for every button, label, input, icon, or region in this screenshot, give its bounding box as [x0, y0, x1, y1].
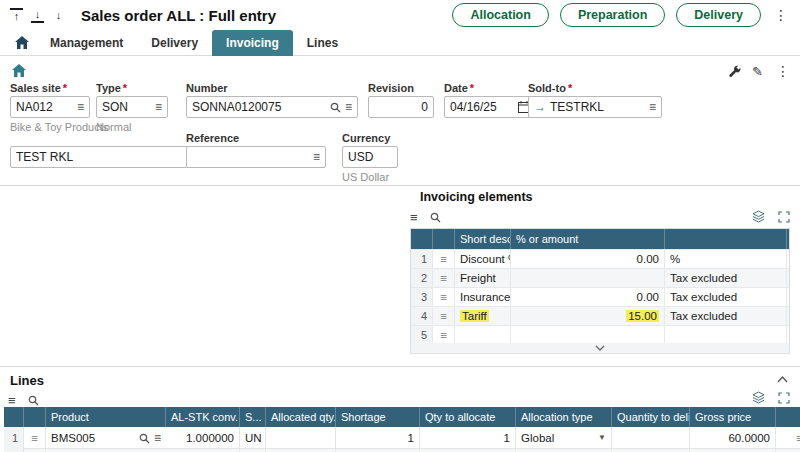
col-gross-price[interactable]: Gross price: [690, 407, 776, 427]
last-record-icon[interactable]: ↓: [31, 8, 44, 23]
customize-wrench-icon[interactable]: [728, 65, 741, 78]
delivery-button[interactable]: Delivery: [676, 3, 761, 27]
desc-cell[interactable]: [455, 326, 511, 344]
home-tab-icon[interactable]: [8, 30, 36, 55]
col-allocated-qty[interactable]: Allocated qty.: [266, 407, 336, 427]
qty-to-allocate-cell[interactable]: 1: [420, 427, 516, 449]
invoicing-scroll-down[interactable]: [410, 343, 790, 354]
record-navigation: ↑ ↓ ↓: [10, 8, 65, 23]
col-quantity-to-deliver[interactable]: Quantity to deliv...: [612, 407, 690, 427]
collapse-section-icon[interactable]: [777, 376, 788, 383]
product-search-icon[interactable]: [139, 433, 150, 444]
col-shortage[interactable]: Shortage: [336, 407, 420, 427]
row-number[interactable]: 1: [411, 250, 433, 268]
shortage-cell[interactable]: 1: [336, 427, 420, 449]
revision-value: 0: [374, 100, 428, 114]
edit-pencil-icon[interactable]: ✎: [752, 65, 763, 78]
row-number[interactable]: 3: [411, 288, 433, 306]
drag-handle-icon[interactable]: ≡: [776, 427, 800, 449]
expand-icon[interactable]: [778, 392, 790, 404]
currency-value: USD: [348, 150, 392, 164]
date-input[interactable]: 04/16/25: [444, 96, 536, 118]
dropdown-arrow-icon[interactable]: ▼: [598, 427, 606, 449]
product-lookup-icon[interactable]: ≡: [154, 432, 161, 444]
sales-site-lookup-icon[interactable]: ≡: [77, 101, 84, 113]
drag-handle-icon[interactable]: ≡: [433, 269, 455, 287]
tab-management[interactable]: Management: [36, 30, 137, 55]
first-record-icon[interactable]: ↑: [10, 8, 23, 23]
sales-site-input[interactable]: NA012 ≡: [10, 96, 90, 118]
amount-cell[interactable]: 0.00: [511, 250, 665, 268]
col-short-description[interactable]: Short descri...: [455, 229, 511, 249]
allocation-button[interactable]: Allocation: [452, 3, 548, 27]
amount-cell[interactable]: [511, 269, 665, 287]
amount-cell[interactable]: [511, 326, 665, 344]
col-qty-to-allocate[interactable]: Qty to allocate: [420, 407, 516, 427]
allocation-type-cell[interactable]: Global ▼: [516, 427, 612, 449]
sold-to-input[interactable]: → TESTRKL ≡: [528, 96, 662, 118]
tab-invoicing[interactable]: Invoicing: [212, 30, 293, 56]
drag-handle-icon[interactable]: ≡: [433, 326, 455, 344]
amount-cell[interactable]: 15.00: [511, 307, 665, 325]
invoicing-menu-icon[interactable]: ≡: [410, 210, 418, 225]
invoicing-toolbar-right: [752, 210, 790, 223]
number-input[interactable]: SONNA0120075 ≡: [186, 96, 358, 118]
drag-handle-icon[interactable]: ≡: [433, 250, 455, 268]
desc-cell[interactable]: Freight: [455, 269, 511, 287]
customer-name-field-group: TEST RKL: [10, 146, 188, 168]
sold-to-lookup-icon[interactable]: ≡: [649, 101, 656, 113]
gross-price-cell[interactable]: 60.0000: [690, 427, 776, 449]
desc-cell[interactable]: Tariff: [455, 307, 511, 325]
more-menu-icon[interactable]: ⋮: [772, 7, 790, 23]
panel-more-menu-icon[interactable]: ⋮: [774, 63, 792, 79]
col-allocation-type[interactable]: Allocation type: [516, 407, 612, 427]
allocated-qty-cell[interactable]: [266, 427, 336, 449]
row-number[interactable]: 2: [411, 269, 433, 287]
desc-cell[interactable]: Discount %: [455, 250, 511, 268]
layers-icon[interactable]: [752, 210, 765, 223]
desc-cell[interactable]: Insurance: [455, 288, 511, 306]
type-input[interactable]: SON ≡: [96, 96, 168, 118]
reference-lookup-icon[interactable]: ≡: [313, 151, 320, 163]
row-number[interactable]: 5: [411, 326, 433, 344]
unit-cell: [665, 326, 787, 344]
currency-input[interactable]: USD: [342, 146, 398, 168]
currency-helper: US Dollar: [342, 171, 398, 183]
drag-handle-icon[interactable]: ≡: [24, 427, 46, 449]
number-value: SONNA0120075: [192, 100, 326, 114]
expand-icon[interactable]: [778, 211, 790, 223]
next-record-icon[interactable]: ↓: [52, 9, 65, 22]
col-s[interactable]: S...: [240, 407, 266, 427]
lines-menu-icon[interactable]: ≡: [8, 393, 16, 408]
customer-name-input[interactable]: TEST RKL: [10, 146, 188, 168]
invoicing-row-3: 3 ≡ Insurance 0.00 Tax excluded: [411, 287, 789, 306]
col-al-stk-conv[interactable]: AL-STK conv.: [166, 407, 240, 427]
panel-home-icon[interactable]: [12, 64, 26, 77]
drag-handle-icon[interactable]: ≡: [433, 288, 455, 306]
type-lookup-icon[interactable]: ≡: [155, 101, 162, 113]
lines-search-icon[interactable]: [28, 395, 39, 406]
quantity-to-deliver-cell[interactable]: [612, 427, 690, 449]
al-stk-conv-cell[interactable]: 1.000000: [166, 427, 240, 449]
product-cell[interactable]: BMS005 ≡: [46, 427, 166, 449]
number-lookup-icon[interactable]: ≡: [345, 101, 352, 113]
col-product[interactable]: Product: [46, 407, 166, 427]
layers-icon[interactable]: [752, 391, 765, 404]
amount-cell[interactable]: 0.00: [511, 288, 665, 306]
header-panel: ✎ ⋮ Sales site* NA012 ≡ Bike & Toy Produ…: [0, 56, 800, 186]
number-search-icon[interactable]: [330, 102, 341, 113]
col-percent-or-amount[interactable]: % or amount: [511, 229, 665, 249]
revision-input[interactable]: 0: [368, 96, 434, 118]
sold-to-label: Sold-to*: [528, 82, 662, 96]
reference-input[interactable]: ≡: [186, 146, 326, 168]
invoicing-search-icon[interactable]: [430, 212, 441, 223]
preparation-button[interactable]: Preparation: [560, 3, 665, 27]
tab-lines[interactable]: Lines: [293, 30, 352, 55]
tab-delivery[interactable]: Delivery: [137, 30, 212, 55]
drag-handle-icon[interactable]: ≡: [433, 307, 455, 325]
row-number[interactable]: 4: [411, 307, 433, 325]
row-number[interactable]: 1: [4, 427, 24, 449]
unit-cell[interactable]: UN: [240, 427, 266, 449]
jump-to-record-icon[interactable]: →: [534, 101, 546, 113]
invoicing-row-2: 2 ≡ Freight Tax excluded: [411, 268, 789, 287]
